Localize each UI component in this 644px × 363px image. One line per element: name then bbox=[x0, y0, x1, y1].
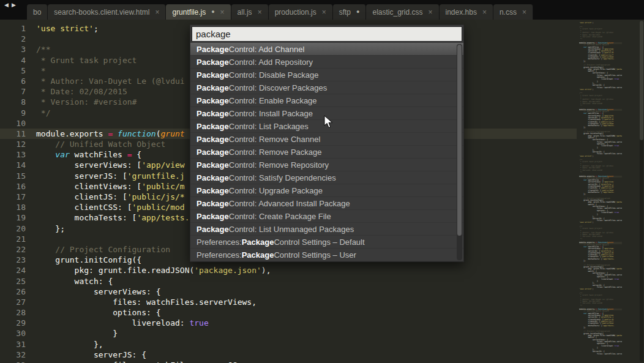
tab-n.css[interactable]: n.css× bbox=[493, 4, 533, 20]
palette-item[interactable]: Package Control: Remove Channel bbox=[190, 133, 463, 146]
command-palette-list: Package Control: Add ChannelPackage Cont… bbox=[190, 43, 463, 261]
line-number: 5 bbox=[0, 65, 36, 76]
tab-label: production.js bbox=[275, 8, 316, 17]
forward-icon[interactable]: ▶ bbox=[12, 2, 19, 8]
line-number: 12 bbox=[0, 139, 36, 149]
tab-close-icon[interactable]: × bbox=[322, 9, 326, 16]
palette-item[interactable]: Package Control: List Packages bbox=[190, 120, 463, 133]
code-line[interactable]: 26 serverViews: { bbox=[0, 286, 577, 297]
palette-item[interactable]: Package Control: Advanced Install Packag… bbox=[190, 197, 463, 210]
command-palette-input[interactable] bbox=[192, 26, 462, 42]
tab-label: gruntfile.js bbox=[172, 8, 206, 17]
line-number: 33 bbox=[0, 360, 36, 363]
code-line-text: watch: { bbox=[36, 276, 577, 286]
minimap[interactable]: 1'use strict';23/**4 * Grunt task projec… bbox=[579, 22, 622, 358]
nav-arrows: ◀▶ bbox=[4, 2, 19, 8]
line-number: 24 bbox=[0, 265, 36, 275]
code-line[interactable]: 28 options: { bbox=[0, 307, 577, 318]
line-number: 15 bbox=[0, 171, 36, 181]
tab-production.js[interactable]: production.js× bbox=[269, 4, 333, 20]
line-number: 29 bbox=[0, 318, 36, 328]
code-line-text: serverViews: { bbox=[36, 286, 577, 297]
tab-bo[interactable]: bo bbox=[27, 4, 48, 20]
tab-all.js[interactable]: all.js× bbox=[231, 4, 269, 20]
tab-gruntfile.js[interactable]: gruntfile.js●× bbox=[166, 4, 231, 20]
line-number: 32 bbox=[0, 350, 36, 360]
line-number: 1 bbox=[0, 23, 36, 34]
line-number: 31 bbox=[0, 339, 36, 350]
tab-label: index.hbs bbox=[446, 8, 477, 17]
code-line[interactable]: 24 pkg: grunt.file.readJSON('package.jso… bbox=[0, 265, 577, 275]
line-number: 19 bbox=[0, 212, 36, 223]
tab-label: sftp bbox=[339, 8, 351, 17]
tab-bar: ◀▶ bosearch-books.client.view.html×grunt… bbox=[0, 0, 644, 20]
tab-close-icon[interactable]: × bbox=[482, 9, 487, 16]
code-line[interactable]: 25 watch: { bbox=[0, 276, 577, 286]
palette-item[interactable]: Package Control: Upgrade Package bbox=[190, 184, 463, 197]
palette-item[interactable]: Package Control: Remove Repository bbox=[190, 159, 463, 171]
tab-label: search-books.client.view.html bbox=[54, 8, 149, 17]
palette-item[interactable]: Package Control: Create Package File bbox=[190, 210, 463, 223]
line-number: 23 bbox=[0, 255, 36, 265]
tab-label: n.css bbox=[500, 8, 517, 17]
code-line[interactable]: 31 }, bbox=[0, 339, 577, 350]
line-number: 10 bbox=[0, 118, 36, 129]
line-number: 16 bbox=[0, 181, 36, 192]
code-line-text: pkg: grunt.file.readJSON('package.json')… bbox=[36, 265, 577, 275]
line-number: 18 bbox=[0, 202, 36, 212]
line-number: 17 bbox=[0, 192, 36, 202]
back-icon[interactable]: ◀ bbox=[4, 2, 12, 8]
palette-item[interactable]: Package Control: Add Repository bbox=[190, 56, 463, 69]
tab-close-icon[interactable]: × bbox=[429, 9, 433, 16]
palette-item[interactable]: Package Control: Discover Packages bbox=[190, 81, 463, 94]
line-number: 9 bbox=[0, 108, 36, 118]
sublime-text-window: ◀▶ bosearch-books.client.view.html×grunt… bbox=[0, 0, 644, 363]
palette-item[interactable]: Package Control: Disable Package bbox=[190, 69, 463, 81]
palette-item[interactable]: Preferences: Package Control Settings – … bbox=[190, 249, 463, 261]
line-number: 6 bbox=[0, 76, 36, 86]
palette-item[interactable]: Package Control: Add Channel bbox=[190, 43, 463, 56]
code-line-minimap: 33 files: watchFiles.serverJS, bbox=[579, 353, 622, 355]
palette-scrollbar-thumb[interactable] bbox=[457, 45, 462, 236]
tab-sftp[interactable]: sftp● bbox=[333, 4, 367, 20]
tab-elastic-grid.css[interactable]: elastic_grid.css× bbox=[366, 4, 439, 20]
code-line-text: livereload: true bbox=[36, 318, 577, 328]
code-line[interactable]: 30 } bbox=[0, 328, 577, 339]
code-line[interactable]: 27 files: watchFiles.serverViews, bbox=[0, 297, 577, 307]
tab-close-icon[interactable]: × bbox=[258, 9, 262, 16]
code-line-text: options: { bbox=[36, 307, 577, 318]
tab-search-books.client.view.html[interactable]: search-books.client.view.html× bbox=[48, 4, 166, 20]
vertical-scrollbar-thumb[interactable] bbox=[640, 21, 643, 140]
tab-label: bo bbox=[33, 8, 41, 17]
tab-close-icon[interactable]: × bbox=[522, 9, 526, 16]
dirty-indicator-icon: ● bbox=[356, 9, 359, 15]
line-number: 30 bbox=[0, 328, 36, 339]
line-number: 14 bbox=[0, 160, 36, 170]
dirty-indicator-icon: ● bbox=[211, 9, 214, 15]
tab-label: elastic_grid.css bbox=[372, 8, 422, 17]
tab-close-icon[interactable]: × bbox=[155, 9, 159, 16]
code-line-text: files: watchFiles.serverJS, bbox=[579, 353, 622, 355]
tab-close-icon[interactable]: × bbox=[220, 9, 225, 16]
line-number: 13 bbox=[0, 149, 36, 160]
palette-item[interactable]: Package Control: List Unmanaged Packages bbox=[190, 223, 463, 236]
tab-index.hbs[interactable]: index.hbs× bbox=[440, 4, 493, 20]
code-line-text: files: watchFiles.serverJS, bbox=[36, 360, 577, 363]
line-number: 25 bbox=[0, 276, 36, 286]
line-number: 26 bbox=[0, 286, 36, 297]
vertical-scrollbar[interactable] bbox=[640, 21, 643, 362]
code-line-text: } bbox=[36, 328, 577, 339]
tab-label: all.js bbox=[238, 8, 252, 17]
palette-item[interactable]: Package Control: Install Package bbox=[190, 107, 463, 120]
palette-item[interactable]: Package Control: Remove Package bbox=[190, 146, 463, 159]
code-line[interactable]: 29 livereload: true bbox=[0, 318, 577, 328]
palette-item[interactable]: Package Control: Satisfy Dependencies bbox=[190, 171, 463, 184]
tab-strip: bosearch-books.client.view.html×gruntfil… bbox=[27, 4, 644, 20]
code-line[interactable]: 32 serverJS: { bbox=[0, 350, 577, 360]
line-number: 22 bbox=[0, 244, 36, 255]
command-palette: Package Control: Add ChannelPackage Cont… bbox=[190, 24, 464, 262]
palette-item[interactable]: Package Control: Enable Package bbox=[190, 94, 463, 107]
palette-scrollbar[interactable] bbox=[457, 44, 462, 260]
palette-item[interactable]: Preferences: Package Control Settings – … bbox=[190, 236, 463, 249]
code-line[interactable]: 33 files: watchFiles.serverJS, bbox=[0, 360, 577, 363]
